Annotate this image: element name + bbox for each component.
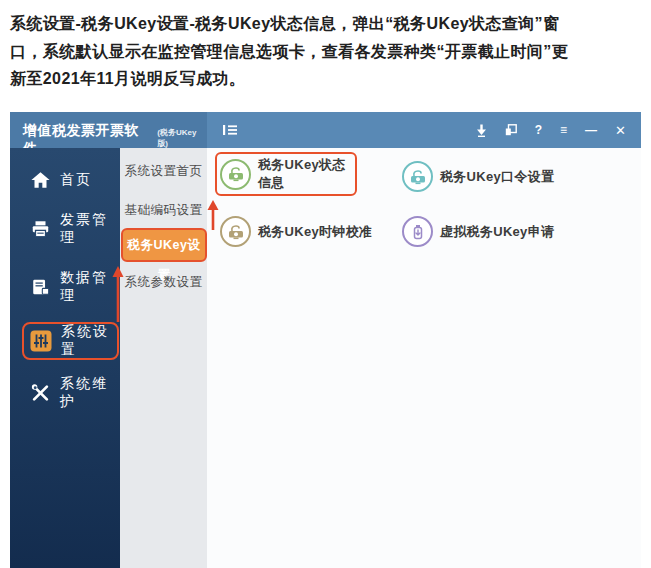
instruction-text: 系统设置-税务UKey设置-税务UKey状态信息，弹出“税务UKey状态查询”窗… xyxy=(10,10,648,93)
submenu-item-system-params[interactable]: 系统参数设置 xyxy=(120,274,207,291)
content-item-ukey-clock[interactable]: 税务UKey时钟校准 xyxy=(220,216,372,247)
restore-window-icon[interactable] xyxy=(505,124,517,136)
download-icon[interactable] xyxy=(476,124,487,137)
app-edition: (税务UKey版) xyxy=(157,127,207,149)
help-icon[interactable]: ? xyxy=(535,124,542,136)
ukey-clock-icon xyxy=(220,216,251,247)
data-box-icon xyxy=(29,276,51,298)
minimize-icon[interactable]: — xyxy=(585,124,597,136)
titlebar: 增值税发票开票软件 (税务UKey版) ? ≡ — ✕ xyxy=(10,112,641,148)
content-item-label: 税务UKey状态信息 xyxy=(258,156,355,192)
sidebar-item-label: 发票管理 xyxy=(60,211,120,247)
secondary-sidebar: 系统设置首页 基础编码设置 税务UKey设置 系统参数设置 xyxy=(120,148,207,568)
virtual-ukey-icon xyxy=(402,216,433,247)
tools-icon xyxy=(29,382,51,404)
submenu-item-settings-home[interactable]: 系统设置首页 xyxy=(120,163,207,180)
content-item-virtual-ukey[interactable]: 虚拟税务UKey申请 xyxy=(402,216,554,247)
titlebar-right: ? ≡ — ✕ xyxy=(207,112,641,148)
content-item-label: 税务UKey时钟校准 xyxy=(258,223,372,241)
app-window: 增值税发票开票软件 (税务UKey版) ? ≡ — ✕ xyxy=(10,112,641,568)
collapse-sidebar-icon[interactable] xyxy=(223,124,237,136)
titlebar-brand: 增值税发票开票软件 (税务UKey版) xyxy=(10,112,207,148)
content-item-label: 虚拟税务UKey申请 xyxy=(440,223,554,241)
sidebar-item-data-management[interactable]: 数据管理 xyxy=(10,269,120,305)
ukey-password-icon xyxy=(402,161,433,192)
instruction-line: 系统设置-税务UKey设置-税务UKey状态信息，弹出“税务UKey状态查询”窗 xyxy=(10,10,648,38)
primary-sidebar: 首页 发票管理 数据管理 系统设置 xyxy=(10,148,120,568)
instruction-line: 口，系统默认显示在监控管理信息选项卡，查看各发票种类“开票截止时间”更 xyxy=(10,38,648,66)
menu-icon[interactable]: ≡ xyxy=(560,124,567,136)
sidebar-item-home[interactable]: 首页 xyxy=(10,162,120,198)
sidebar-item-label: 数据管理 xyxy=(60,269,120,305)
close-icon[interactable]: ✕ xyxy=(615,124,626,137)
content-item-label: 税务UKey口令设置 xyxy=(440,168,554,186)
content-item-ukey-status[interactable]: 税务UKey状态信息 xyxy=(215,152,357,196)
ukey-status-icon xyxy=(220,159,251,190)
settings-sliders-icon xyxy=(30,330,52,352)
sidebar-item-label: 系统维护 xyxy=(60,375,120,411)
app-body: 首页 发票管理 数据管理 系统设置 xyxy=(10,148,641,568)
sidebar-item-label: 系统设置 xyxy=(61,323,117,359)
content-item-ukey-password[interactable]: 税务UKey口令设置 xyxy=(402,161,554,192)
sidebar-item-label: 首页 xyxy=(60,171,92,189)
titlebar-icons: ? ≡ — ✕ xyxy=(476,124,641,137)
sidebar-item-system-settings[interactable]: 系统设置 xyxy=(22,322,119,360)
home-icon xyxy=(29,169,51,191)
content-area: 税务UKey状态信息 税务UKey口令设置 税务UKey时钟校准 虚拟税务UKe… xyxy=(207,148,641,568)
instruction-line: 新至2021年11月说明反写成功。 xyxy=(10,65,648,93)
sidebar-item-system-maintenance[interactable]: 系统维护 xyxy=(10,375,120,411)
printer-icon xyxy=(29,218,51,240)
sidebar-item-invoice-management[interactable]: 发票管理 xyxy=(10,211,120,247)
submenu-item-basic-coding[interactable]: 基础编码设置 xyxy=(120,202,207,219)
submenu-item-ukey-settings[interactable]: 税务UKey设置 xyxy=(121,228,207,262)
